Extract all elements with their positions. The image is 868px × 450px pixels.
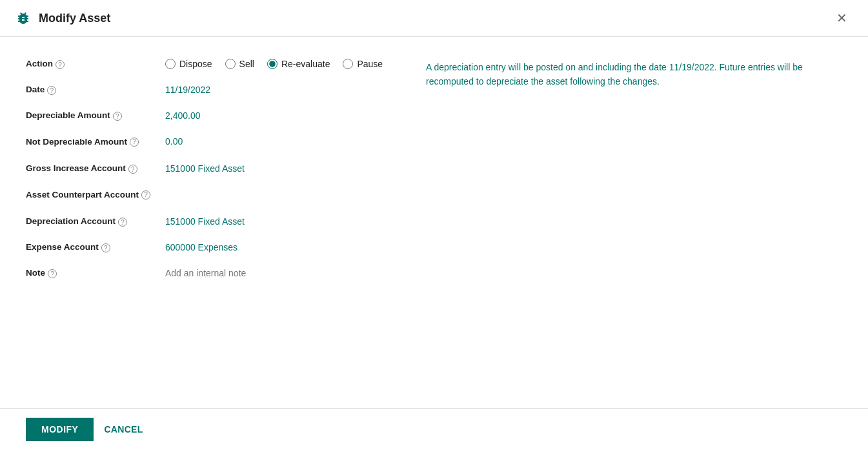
radio-reevaluate-input[interactable] <box>267 59 278 69</box>
modify-asset-dialog: Modify Asset ✕ Action ? Dispose Sell <box>0 0 868 450</box>
gross-increase-account-label: Gross Increase Account ? <box>26 162 155 174</box>
dialog-header: Modify Asset ✕ <box>0 0 868 37</box>
note-value[interactable] <box>165 267 400 278</box>
radio-sell[interactable]: Sell <box>225 59 254 69</box>
depreciable-amount-row: Depreciable Amount ? 2,400.00 <box>26 109 400 121</box>
gross-increase-account-row: Gross Increase Account ? 151000 Fixed As… <box>26 162 400 174</box>
depreciable-amount-help-icon[interactable]: ? <box>113 112 122 121</box>
radio-dispose-input[interactable] <box>165 59 176 69</box>
not-depreciable-amount-label: Not Depreciable Amount ? <box>26 135 155 148</box>
info-section: A depreciation entry will be posted on a… <box>426 57 842 393</box>
radio-reevaluate-label: Re-evaluate <box>281 59 330 69</box>
asset-counterpart-account-label: Asset Counterpart Account ? <box>26 188 155 201</box>
depreciable-amount-value[interactable]: 2,400.00 <box>165 109 400 121</box>
cancel-button[interactable]: CANCEL <box>104 424 143 435</box>
modify-button[interactable]: MODIFY <box>26 418 94 441</box>
radio-pause[interactable]: Pause <box>343 59 383 69</box>
action-row: Action ? Dispose Sell Re-evaluate <box>26 57 400 69</box>
form-section: Action ? Dispose Sell Re-evaluate <box>26 57 400 393</box>
date-label: Date ? <box>26 83 155 95</box>
action-label: Action ? <box>26 57 155 69</box>
date-row: Date ? 11/19/2022 <box>26 83 400 95</box>
dialog-title: Modify Asset <box>39 12 823 25</box>
depreciable-amount-label: Depreciable Amount ? <box>26 109 155 121</box>
gross-increase-account-help-icon[interactable]: ? <box>128 165 137 174</box>
note-help-icon[interactable]: ? <box>48 269 57 278</box>
radio-reevaluate[interactable]: Re-evaluate <box>267 59 330 69</box>
expense-account-label: Expense Account ? <box>26 241 155 252</box>
depreciation-account-value[interactable]: 151000 Fixed Asset <box>165 215 400 227</box>
expense-account-row: Expense Account ? 600000 Expenses <box>26 241 400 252</box>
expense-account-value[interactable]: 600000 Expenses <box>165 241 400 252</box>
note-label: Note ? <box>26 267 155 278</box>
app-icon <box>15 10 31 26</box>
radio-dispose[interactable]: Dispose <box>165 59 212 69</box>
not-depreciable-amount-help-icon[interactable]: ? <box>130 138 139 147</box>
asset-counterpart-account-value[interactable] <box>165 188 400 189</box>
not-depreciable-amount-row: Not Depreciable Amount ? 0.00 <box>26 135 400 148</box>
action-help-icon[interactable]: ? <box>56 60 65 69</box>
info-text: A depreciation entry will be posted on a… <box>426 62 803 87</box>
action-radio-group: Dispose Sell Re-evaluate Pause <box>165 57 383 69</box>
asset-counterpart-account-row: Asset Counterpart Account ? <box>26 188 400 201</box>
asset-counterpart-account-help-icon[interactable]: ? <box>141 190 150 199</box>
not-depreciable-amount-value[interactable]: 0.00 <box>165 135 400 147</box>
depreciation-account-label: Depreciation Account ? <box>26 215 155 227</box>
depreciation-account-row: Depreciation Account ? 151000 Fixed Asse… <box>26 215 400 227</box>
depreciation-account-help-icon[interactable]: ? <box>118 218 127 227</box>
date-help-icon[interactable]: ? <box>47 86 56 95</box>
radio-sell-input[interactable] <box>225 59 236 69</box>
dialog-footer: MODIFY CANCEL <box>0 408 868 450</box>
note-row: Note ? <box>26 267 400 278</box>
date-value[interactable]: 11/19/2022 <box>165 83 400 95</box>
radio-pause-input[interactable] <box>343 59 353 69</box>
radio-sell-label: Sell <box>239 59 254 69</box>
expense-account-help-icon[interactable]: ? <box>101 243 110 252</box>
note-input[interactable] <box>165 268 400 278</box>
dialog-body: Action ? Dispose Sell Re-evaluate <box>0 37 868 408</box>
radio-pause-label: Pause <box>357 59 383 69</box>
close-button[interactable]: ✕ <box>831 9 853 27</box>
radio-dispose-label: Dispose <box>179 59 212 69</box>
gross-increase-account-value[interactable]: 151000 Fixed Asset <box>165 162 400 174</box>
